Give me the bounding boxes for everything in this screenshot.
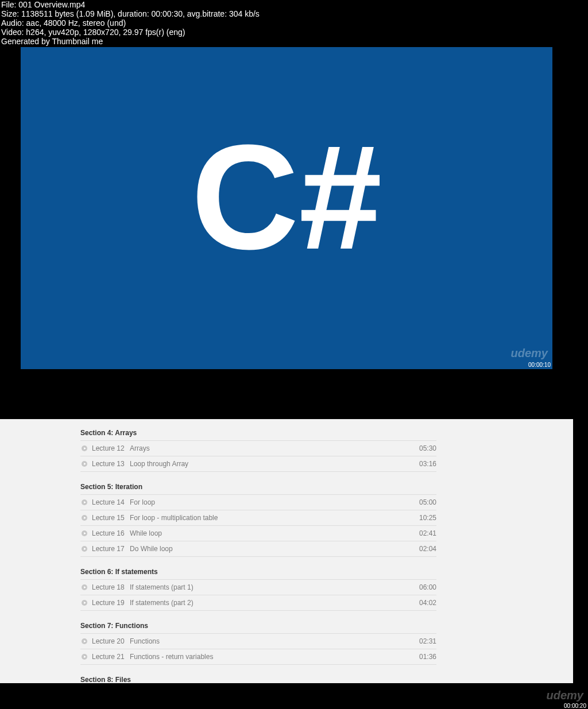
lecture-row[interactable]: Lecture 17Do While loop02:04 — [80, 541, 436, 557]
lecture-title: While loop — [130, 529, 408, 537]
play-icon — [80, 654, 88, 660]
section-title: Section 4: Arrays — [80, 426, 436, 441]
section-title: Section 7: Functions — [80, 619, 436, 634]
section-title: Section 6: If statements — [80, 565, 436, 580]
section-title: Section 5: Iteration — [80, 480, 436, 495]
lecture-label: Lecture 14 — [88, 498, 130, 506]
lecture-title: Arrays — [130, 444, 408, 452]
meta-video: Video: h264, yuv420p, 1280x720, 29.97 fp… — [1, 28, 587, 37]
meta-generated: Generated by Thumbnail me — [1, 37, 587, 46]
play-icon — [80, 515, 88, 521]
lecture-duration: 06:00 — [408, 583, 436, 591]
thumbnail-frame-1: C# udemy 00:00:10 — [0, 47, 573, 390]
lecture-label: Lecture 17 — [88, 545, 130, 553]
lecture-title: For loop - multiplication table — [130, 514, 408, 522]
lecture-title: For loop — [130, 498, 408, 506]
frame-timestamp: 00:00:20 — [564, 703, 586, 709]
file-metadata: File: 001 Overview.mp4 Size: 1138511 byt… — [0, 0, 588, 46]
lecture-row[interactable]: Lecture 21Functions - return variables01… — [80, 649, 436, 665]
lecture-duration: 02:31 — [408, 637, 436, 645]
slide-csharp: C# udemy 00:00:10 — [21, 47, 552, 369]
lecture-duration: 02:41 — [408, 529, 436, 537]
lecture-label: Lecture 12 — [88, 444, 130, 452]
lecture-row[interactable]: Lecture 12Arrays05:30 — [80, 441, 436, 456]
lecture-title: Functions - return variables — [130, 653, 408, 661]
lecture-label: Lecture 20 — [88, 637, 130, 645]
lecture-row[interactable]: Lecture 13Loop through Array03:16 — [80, 456, 436, 472]
lecture-row[interactable]: Lecture 16While loop02:41 — [80, 526, 436, 541]
lecture-duration: 03:16 — [408, 460, 436, 468]
meta-audio: Audio: aac, 48000 Hz, stereo (und) — [1, 18, 587, 28]
lecture-duration: 10:25 — [408, 514, 436, 522]
play-icon — [80, 600, 88, 606]
play-icon — [80, 461, 88, 467]
play-icon — [80, 499, 88, 505]
lecture-row[interactable]: Lecture 18If statements (part 1)06:00 — [80, 580, 436, 595]
lecture-row[interactable]: Lecture 14For loop05:00 — [80, 495, 436, 510]
lecture-label: Lecture 16 — [88, 529, 130, 537]
lecture-title: Functions — [130, 637, 408, 645]
lecture-label: Lecture 21 — [88, 653, 130, 661]
play-icon — [80, 638, 88, 644]
lecture-title: Loop through Array — [130, 460, 408, 468]
lecture-label: Lecture 19 — [88, 599, 130, 607]
frame-timestamp: 00:00:10 — [528, 362, 551, 368]
lecture-duration: 05:00 — [408, 498, 436, 506]
lecture-title: Do While loop — [130, 545, 408, 553]
thumbnail-frame-2: Section 4: ArraysLecture 12Arrays05:30Le… — [0, 419, 573, 683]
lecture-label: Lecture 15 — [88, 514, 130, 522]
footer-black: udemy 00:00:20 — [0, 683, 588, 709]
lecture-label: Lecture 13 — [88, 460, 130, 468]
play-icon — [80, 530, 88, 536]
lecture-row[interactable]: Lecture 19If statements (part 2)04:02 — [80, 595, 436, 611]
curriculum-list: Section 4: ArraysLecture 12Arrays05:30Le… — [80, 419, 436, 683]
lecture-label: Lecture 18 — [88, 583, 130, 591]
frame-gap — [0, 390, 588, 419]
play-icon — [80, 546, 88, 552]
lecture-duration: 02:04 — [408, 545, 436, 553]
udemy-watermark: udemy — [547, 689, 583, 702]
csharp-letter-c: C — [191, 137, 299, 257]
lecture-duration: 01:36 — [408, 653, 436, 661]
lecture-row[interactable]: Lecture 20Functions02:31 — [80, 634, 436, 649]
udemy-watermark: udemy — [511, 347, 548, 360]
lecture-title: If statements (part 2) — [130, 599, 408, 607]
csharp-hash: # — [299, 137, 382, 257]
lecture-duration: 05:30 — [408, 444, 436, 452]
play-icon — [80, 445, 88, 451]
csharp-logo: C# — [191, 137, 382, 257]
play-icon — [80, 584, 88, 590]
section-title: Section 8: Files — [80, 673, 436, 683]
meta-size: Size: 1138511 bytes (1.09 MiB), duration… — [1, 9, 587, 18]
curriculum-screen: Section 4: ArraysLecture 12Arrays05:30Le… — [0, 419, 573, 683]
lecture-row[interactable]: Lecture 15For loop - multiplication tabl… — [80, 510, 436, 526]
lecture-title: If statements (part 1) — [130, 583, 408, 591]
meta-file: File: 001 Overview.mp4 — [1, 0, 587, 9]
lecture-duration: 04:02 — [408, 599, 436, 607]
